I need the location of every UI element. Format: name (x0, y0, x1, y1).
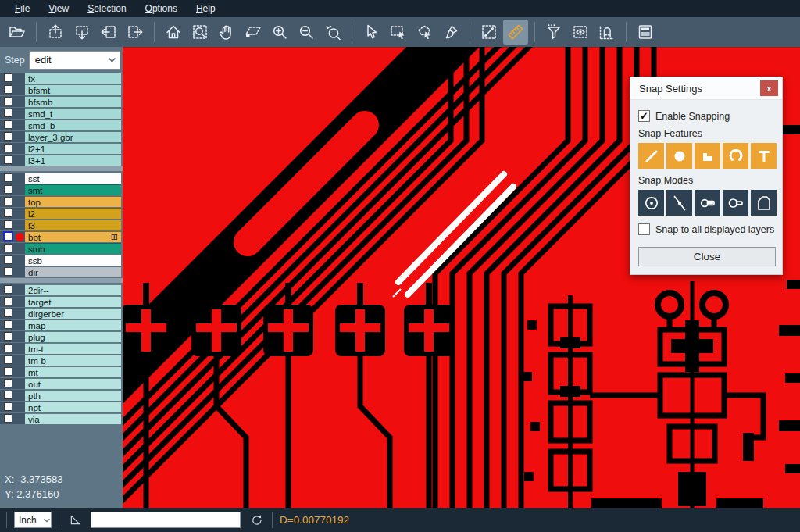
layer-name[interactable]: bfsmt (25, 84, 121, 95)
snap-surface-icon[interactable] (695, 143, 720, 169)
angle-tool-icon[interactable] (66, 512, 84, 529)
step-dropdown[interactable]: edit (29, 51, 120, 70)
layer-name[interactable]: dir (25, 266, 121, 277)
command-input[interactable] (91, 512, 241, 528)
snap-all-layers-checkbox[interactable] (638, 223, 650, 235)
dialog-close-button[interactable]: Close (638, 247, 776, 266)
layer-name[interactable]: smb (25, 243, 121, 254)
filter-icon[interactable] (541, 20, 566, 45)
layer-visibility-checkbox[interactable] (4, 73, 12, 82)
import-right-icon[interactable] (123, 20, 148, 45)
menu-view[interactable]: View (40, 2, 77, 16)
layer-visibility-checkbox[interactable] (4, 144, 12, 152)
snap-pad-round-slot-icon[interactable] (723, 190, 748, 216)
layer-visibility-checkbox[interactable] (4, 367, 12, 376)
zoom-area-icon[interactable] (241, 20, 266, 45)
layer-name[interactable]: plug (25, 331, 121, 342)
snap-magnet-icon[interactable] (595, 20, 620, 45)
layer-name[interactable]: sst (25, 173, 121, 184)
layer-name[interactable]: l2+1 (25, 143, 121, 154)
layer-name[interactable]: l3 (25, 220, 121, 230)
dialog-title-bar[interactable]: Snap Settings x (630, 77, 782, 100)
layer-visibility-checkbox[interactable] (4, 297, 12, 305)
layer-visibility-checkbox[interactable] (4, 185, 12, 194)
layer-visibility-checkbox[interactable] (4, 355, 12, 364)
select-arrow-icon[interactable] (359, 20, 384, 45)
highlight-view-icon[interactable] (568, 20, 593, 45)
layer-name[interactable]: smt (25, 184, 121, 195)
layer-name[interactable]: layer_3.gbr (25, 131, 121, 142)
snap-circle-icon[interactable] (666, 143, 692, 169)
layer-name[interactable]: l2 (25, 208, 121, 219)
select-rect-icon[interactable] (385, 20, 410, 45)
menu-file[interactable]: File (6, 2, 38, 16)
layer-name[interactable]: out (25, 378, 121, 389)
enable-snapping-checkbox[interactable] (638, 110, 650, 122)
layer-visibility-checkbox[interactable] (4, 109, 12, 117)
layer-name[interactable]: mt (25, 366, 121, 377)
zoom-out-icon[interactable] (294, 20, 319, 45)
layer-name[interactable]: top (25, 196, 121, 207)
snap-point-on-line-icon[interactable] (666, 190, 692, 216)
layer-name[interactable]: ssb (25, 255, 121, 266)
layer-visibility-checkbox[interactable] (4, 309, 12, 317)
layer-visibility-checkbox[interactable] (4, 97, 12, 105)
layer-name[interactable]: l3+1 (25, 155, 121, 166)
layer-name[interactable]: via (25, 413, 121, 424)
layer-name[interactable]: npt (25, 402, 121, 412)
layer-visibility-checkbox[interactable] (4, 132, 12, 141)
layer-visibility-checkbox[interactable] (4, 85, 12, 94)
home-view-icon[interactable] (161, 20, 186, 45)
layer-visibility-checkbox[interactable] (4, 173, 12, 182)
layer-visibility-checkbox[interactable] (4, 209, 12, 217)
menu-selection[interactable]: Selection (79, 2, 134, 16)
import-left-icon[interactable] (96, 20, 121, 45)
layer-visibility-checkbox[interactable] (4, 320, 12, 329)
layer-visibility-checkbox[interactable] (4, 197, 12, 205)
dialog-close-icon[interactable]: x (760, 80, 778, 96)
layer-visibility-checkbox[interactable] (4, 344, 12, 352)
zoom-in-icon[interactable] (267, 20, 292, 45)
open-folder-icon[interactable] (5, 20, 30, 45)
zoom-previous-icon[interactable] (320, 20, 345, 45)
layer-visibility-checkbox[interactable] (4, 255, 12, 264)
layer-name[interactable]: smd_b (25, 120, 121, 130)
layer-visibility-checkbox[interactable] (4, 220, 12, 229)
snap-line-icon[interactable] (638, 143, 664, 169)
snap-arc-icon[interactable] (723, 143, 748, 169)
layer-name[interactable]: smd_t (25, 108, 121, 119)
layer-name[interactable]: tm-t (25, 343, 121, 354)
layer-name[interactable]: target (25, 296, 121, 307)
layer-visibility-checkbox[interactable] (4, 391, 12, 399)
layer-visibility-checkbox[interactable] (4, 244, 12, 252)
layer-name[interactable]: pth (25, 390, 121, 401)
import-top-icon[interactable] (43, 20, 68, 45)
import-bottom-icon[interactable] (70, 20, 95, 45)
report-panel-icon[interactable] (633, 20, 658, 45)
refresh-icon[interactable] (248, 512, 265, 529)
zoom-fit-icon[interactable] (188, 20, 212, 45)
unit-dropdown[interactable]: Inch (14, 512, 52, 528)
snap-text-icon[interactable] (751, 143, 777, 169)
measure-ruler-icon[interactable] (503, 20, 528, 45)
layer-name[interactable]: fx (25, 73, 121, 84)
layer-visibility-checkbox[interactable] (4, 402, 12, 411)
layer-name[interactable]: 2dir-- (25, 284, 121, 295)
layer-visibility-checkbox[interactable] (4, 379, 12, 387)
layer-visibility-checkbox[interactable] (4, 155, 12, 164)
layer-name[interactable]: bot⊞ (25, 231, 121, 242)
snap-pad-slot-icon[interactable] (695, 190, 720, 216)
layer-visibility-checkbox[interactable] (3, 231, 13, 241)
layer-visibility-checkbox[interactable] (4, 332, 12, 341)
measure-line-icon[interactable] (477, 20, 502, 45)
pan-hand-icon[interactable] (214, 20, 239, 45)
layer-grid-icon[interactable]: ⊞ (111, 233, 118, 241)
snap-center-icon[interactable] (638, 190, 664, 216)
select-polygon-icon[interactable] (412, 20, 437, 45)
layer-name[interactable]: tm-b (25, 355, 121, 366)
layer-visibility-checkbox[interactable] (4, 267, 12, 276)
layer-name[interactable]: dirgerber (25, 308, 121, 319)
clean-brush-icon[interactable] (438, 20, 463, 45)
layer-visibility-checkbox[interactable] (4, 285, 12, 294)
layer-visibility-checkbox[interactable] (4, 120, 12, 129)
